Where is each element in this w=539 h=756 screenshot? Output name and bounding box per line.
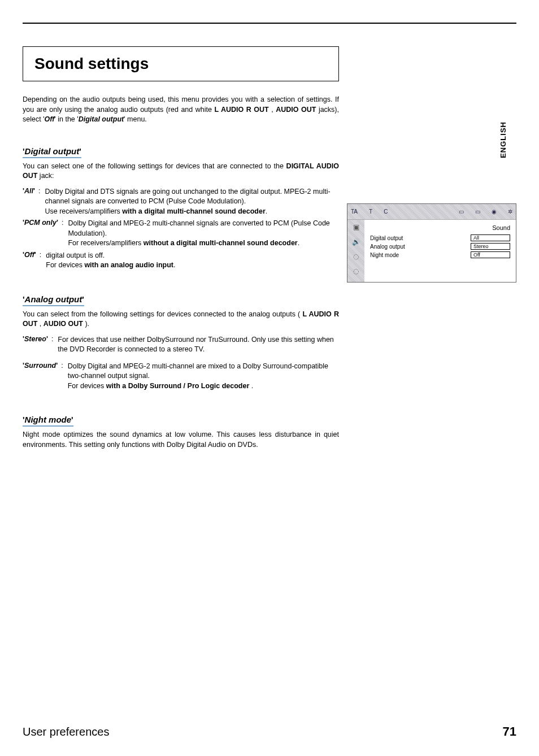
osd-content: Sound Digital output All Analog output S… <box>364 220 516 282</box>
def-surround: 'Surround' : Dolby Digital and MPEG-2 mu… <box>23 362 339 392</box>
footer-section: User preferences <box>23 725 109 738</box>
screen-icon: ▭ <box>475 208 480 215</box>
osd-topbar: TA T C ▭ ▭ ◉ ✲ <box>347 204 516 220</box>
osd-row-digital-output: Digital output All <box>370 234 510 241</box>
features-icon: ◌ <box>353 267 359 275</box>
text-bold: with a Dolby Surround / Pro Logic decode… <box>106 382 250 390</box>
text: ' menu. <box>124 115 147 123</box>
text: You can select one of the following sett… <box>23 162 286 170</box>
heading-analog-output: 'Analog output' <box>23 294 84 306</box>
text: . <box>266 207 267 215</box>
def-all: 'All' : Dolby Digital and DTS signals ar… <box>23 187 339 217</box>
osd-row-analog-output: Analog output Stereo <box>370 243 510 250</box>
remote-icon: ▭ <box>459 208 464 215</box>
analog-output-definitions: 'Stereo' : For devices that use neither … <box>23 335 339 392</box>
osd-label: Analog output <box>370 244 405 250</box>
text: ). <box>83 320 89 328</box>
def-stereo: 'Stereo' : For devices that use neither … <box>23 335 339 355</box>
label-l-audio-r-out: L AUDIO R OUT <box>214 106 268 114</box>
text: Dolby Digital and DTS signals are going … <box>45 188 330 206</box>
page-number: 71 <box>503 724 516 739</box>
menu-digital-output: Digital output <box>79 115 124 123</box>
text: For receivers/amplifiers <box>68 239 143 247</box>
footer: User preferences 71 <box>23 724 516 739</box>
disc-icon: ◉ <box>492 208 497 215</box>
digital-output-body: You can select one of the following sett… <box>23 162 339 181</box>
osd-label: Night mode <box>370 252 399 258</box>
osd-sidebar: ▣ 🔊 ◌ ◌ <box>347 220 364 282</box>
def-off: 'Off' : digital output is off. For devic… <box>23 251 339 271</box>
text: jack: <box>37 172 54 180</box>
text: For devices that use neither DolbySurrou… <box>58 336 333 354</box>
text: . <box>173 261 175 269</box>
gear-icon: ✲ <box>508 208 512 215</box>
page-title: Sound settings <box>34 55 327 73</box>
language-tab: ENGLISH <box>499 121 507 158</box>
text: , <box>269 106 276 114</box>
text: Use receivers/amplifiers <box>45 207 122 215</box>
osd-value: All <box>471 234 510 241</box>
analog-output-body: You can select from the following settin… <box>23 310 339 329</box>
label-audio-out: AUDIO OUT <box>44 320 83 328</box>
topbar-item: TA <box>351 208 358 215</box>
text-bold: with an analog audio input <box>84 261 173 269</box>
osd-row-night-mode: Night mode Off <box>370 251 510 258</box>
osd-value: Stereo <box>471 243 510 250</box>
digital-output-definitions: 'All' : Dolby Digital and DTS signals ar… <box>23 187 339 271</box>
def-pcm-only: 'PCM only' : Dolby Digital and MPEG-2 mu… <box>23 219 339 249</box>
night-mode-body: Night mode optimizes the sound dynamics … <box>23 430 339 450</box>
osd-title: Sound <box>370 224 510 231</box>
intro-paragraph: Depending on the audio outputs being use… <box>23 95 339 125</box>
text: You can select from the following settin… <box>23 310 302 318</box>
text: For devices <box>46 261 84 269</box>
osd-value: Off <box>471 251 510 258</box>
title-box: Sound settings <box>23 46 339 81</box>
text: Dolby Digital and MPEG-2 multi-channel s… <box>68 219 329 237</box>
label-audio-out: AUDIO OUT <box>276 106 316 114</box>
top-rule <box>23 23 516 24</box>
heading-digital-output: 'Digital output' <box>23 146 81 158</box>
text: . <box>249 382 253 390</box>
topbar-item: T <box>369 208 372 215</box>
value-off: Off <box>45 115 55 123</box>
sound-icon: 🔊 <box>352 238 360 246</box>
osd-panel: TA T C ▭ ▭ ◉ ✲ ▣ 🔊 ◌ ◌ Sound Digital out… <box>347 203 516 283</box>
picture-icon: ▣ <box>353 223 359 231</box>
heading-night-mode: 'Night mode' <box>23 415 73 427</box>
text: ' in the ' <box>54 115 78 123</box>
text: For devices <box>68 382 106 390</box>
osd-label: Digital output <box>370 235 403 241</box>
text: digital output is off. <box>46 251 105 259</box>
text-bold: without a digital multi-channel sound de… <box>144 239 298 247</box>
topbar-item: C <box>384 208 388 215</box>
text: . <box>298 239 299 247</box>
text: Dolby Digital and MPEG-2 multi-channel a… <box>68 362 328 380</box>
text-bold: with a digital multi-channel sound decod… <box>122 207 266 215</box>
language-icon: ◌ <box>353 253 359 260</box>
text: , <box>37 320 43 328</box>
